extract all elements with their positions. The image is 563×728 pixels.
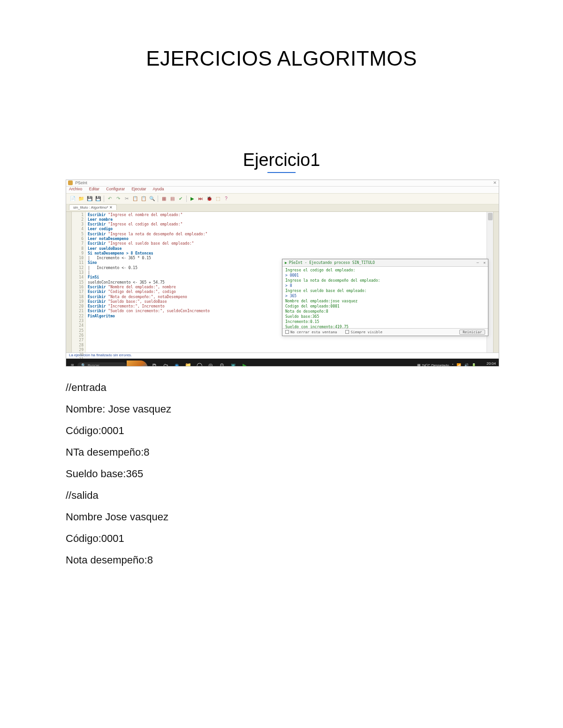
editor-tab[interactable]: sin_titulo : Algoritmo* ✕	[69, 204, 117, 210]
indent-icon[interactable]: ▦	[160, 195, 167, 203]
body-line: Sueldo base:365	[66, 469, 497, 479]
menu-ejecutar[interactable]: Ejecutar	[131, 187, 146, 191]
save-as-icon[interactable]: 💾	[94, 195, 102, 203]
redo-icon[interactable]: ↷	[114, 195, 122, 203]
play-icon: ▶	[285, 261, 287, 265]
title-underline	[267, 172, 296, 173]
undo-icon[interactable]: ↶	[106, 195, 114, 203]
step-icon[interactable]: ⏭	[197, 195, 205, 203]
console-line: Nombre del empleado:jose vasquez	[285, 299, 485, 304]
ide-screenshot: PSeInt ✕ Archivo Editar Configurar Ejecu…	[66, 180, 499, 367]
line-gutter: 1 2 3 4 5 6 7 8 9 10 11 12 13 14 15 16 1…	[72, 212, 86, 353]
code-line: Escribir "Ingrese el codigo del empleado…	[88, 222, 497, 227]
format-icon[interactable]: ▤	[168, 195, 176, 203]
help-icon[interactable]: ?	[222, 195, 230, 203]
menubar: Archivo Editar Configurar Ejecutar Ayuda	[66, 187, 499, 193]
execution-console: ▶PSeInt - Ejecutando proceso SIN_TITULO …	[282, 259, 488, 336]
weather-widget[interactable]: ▦ 24°C Despejado	[417, 363, 449, 367]
close-icon[interactable]: ✕	[493, 180, 497, 185]
label-no-close: No cerrar esta ventana	[290, 330, 337, 334]
console-line: Ingrese el codigo del empleado:	[285, 268, 485, 273]
run-icon[interactable]: ▶	[189, 195, 196, 203]
chrome-icon[interactable]: ◯	[195, 361, 204, 367]
status-bar: La ejecución ha finalizado sin errores.	[66, 353, 499, 359]
code-line: Escribir "Ingrese la nota de desempeño d…	[88, 232, 497, 237]
windows-taskbar: ⊞ 🔍 Buscar ⧉ 🗂 ◉ 📁 ◯ ◎ ⚙ ▣ ▶ ▦ 24°C Desp…	[66, 359, 499, 367]
code-line: Leer sueldoBase	[88, 247, 497, 251]
tray-chevron-icon[interactable]: ˄	[452, 363, 454, 367]
restart-button[interactable]: Reiniciar	[459, 330, 485, 335]
page-title: EJERCICIOS ALGORITMOS	[66, 47, 497, 70]
taskbar-time: 20:04	[487, 361, 496, 366]
new-file-icon[interactable]: 📄	[69, 195, 76, 203]
console-line: > 365	[285, 293, 485, 299]
debug-icon[interactable]: 🐞	[205, 195, 213, 203]
app-icon	[68, 180, 73, 185]
code-line: Escribir "Ingrese el nombre del empleado…	[88, 213, 497, 218]
body-line: Nombre: Jose vasquez	[66, 404, 497, 414]
paste-icon[interactable]: 📋	[140, 195, 147, 203]
console-line: > 0001	[285, 273, 485, 278]
spotify-icon[interactable]: ▣	[228, 361, 238, 367]
code-line: Si notaDesempeno > 8 Entonces	[88, 251, 497, 256]
toolbar-separator	[158, 195, 158, 202]
folder-icon[interactable]: 📁	[183, 361, 193, 367]
edge-icon[interactable]: ◉	[172, 361, 182, 367]
right-sidebar-rail[interactable]	[493, 212, 499, 353]
code-line: Leer notaDesempeno	[88, 237, 497, 241]
wifi-icon[interactable]: 📶	[456, 363, 461, 367]
checkbox-no-close[interactable]	[285, 330, 289, 334]
toolbar-separator	[104, 195, 104, 202]
start-menu-icon[interactable]: ⊞	[69, 362, 76, 367]
toolbar-separator	[186, 195, 187, 202]
body-line: Código:0001	[66, 426, 497, 436]
settings-icon[interactable]: ⚙	[217, 361, 227, 367]
body-line: NTa desempeño:8	[66, 447, 497, 458]
flowchart-icon[interactable]: ⬚	[214, 195, 221, 203]
pseint-taskbar-icon[interactable]: ▶	[240, 361, 249, 367]
console-footer: No cerrar esta ventana Siempre visible R…	[282, 328, 488, 336]
open-icon[interactable]: 📁	[77, 195, 85, 203]
console-line: Sueldo base:365	[285, 314, 485, 319]
taskbar-accent-wave	[127, 360, 148, 367]
window-titlebar: PSeInt ✕	[66, 180, 499, 187]
code-line: Escribir "Ingrese el sueldo base del emp…	[88, 241, 497, 246]
menu-ayuda[interactable]: Ayuda	[152, 187, 164, 191]
volume-icon[interactable]: 🔊	[464, 363, 469, 367]
search-placeholder: Buscar	[88, 363, 99, 367]
console-output: Ingrese el codigo del empleado:> 0001Ing…	[282, 267, 488, 336]
minimize-icon[interactable]: —	[477, 261, 479, 265]
body-line: //salida	[66, 490, 497, 501]
console-line: Nota de desempeño:8	[285, 309, 485, 314]
checkbox-always-visible[interactable]	[345, 330, 349, 334]
editor-tabs: sin_titulo : Algoritmo* ✕	[66, 204, 499, 212]
console-titlebar: ▶PSeInt - Ejecutando proceso SIN_TITULO …	[282, 259, 488, 267]
body-line: //entrada	[66, 383, 497, 393]
task-view-icon[interactable]: ⧉	[150, 361, 159, 367]
save-icon[interactable]: 💾	[86, 195, 93, 203]
body-line: Nota desempeño:8	[66, 555, 497, 565]
label-always-visible: Siempre visible	[350, 330, 382, 334]
close-icon[interactable]: ✕	[483, 261, 486, 265]
code-line: Leer nombre	[88, 218, 497, 222]
body-line: Código:0001	[66, 533, 497, 544]
search-icon[interactable]: 🔍	[148, 195, 156, 203]
console-line: Incremento:0.15	[285, 319, 485, 324]
cut-icon[interactable]: ✂	[123, 195, 130, 203]
left-sidebar-rail[interactable]	[66, 212, 72, 353]
exercise-title: Ejercicio1	[66, 150, 497, 170]
console-line: Ingrese la nota de desempeño del emplead…	[285, 278, 485, 283]
menu-editar[interactable]: Editar	[89, 187, 99, 191]
taskbar-search[interactable]: 🔍 Buscar	[77, 362, 127, 367]
menu-archivo[interactable]: Archivo	[69, 187, 82, 191]
search-icon: 🔍	[81, 363, 86, 367]
console-line: > 8	[285, 283, 485, 288]
console-line: Ingrese el sueldo base del empleado:	[285, 288, 485, 293]
copy-icon[interactable]: 📋	[131, 195, 139, 203]
explorer-icon[interactable]: 🗂	[161, 361, 170, 367]
menu-configurar[interactable]: Configurar	[106, 187, 125, 191]
check-icon[interactable]: ✔	[177, 195, 184, 203]
battery-icon[interactable]: 🔋	[472, 363, 476, 367]
app-icon[interactable]: ◎	[206, 361, 215, 367]
console-line: Codigo del empleado:0001	[285, 304, 485, 309]
